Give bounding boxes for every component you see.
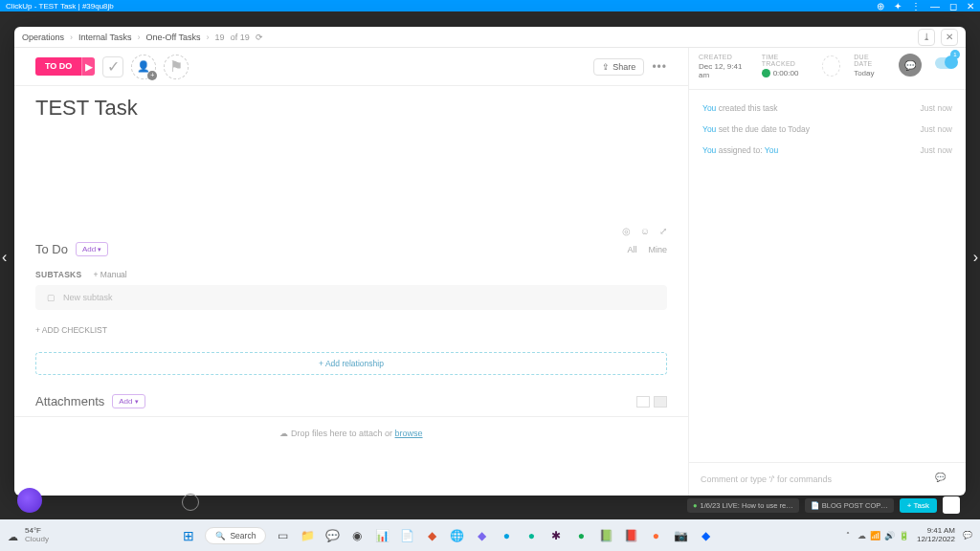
condition: Cloudy — [25, 536, 49, 543]
activity-item: You created this task Just now — [702, 103, 952, 113]
add-subtask-chip[interactable]: Add — [76, 242, 108, 256]
maximize-icon[interactable]: ◻ — [949, 1, 957, 11]
subtask-status-icon: ▢ — [47, 293, 56, 302]
watchers-button[interactable]: 💬 — [899, 54, 922, 77]
clickup-icon[interactable]: ◆ — [473, 527, 490, 544]
refresh-icon[interactable]: ⟳ — [256, 33, 263, 42]
next-task-arrow[interactable]: › — [973, 249, 978, 266]
watch-icon[interactable]: ◎ — [622, 226, 631, 236]
notifications-icon[interactable]: 💬 — [963, 531, 972, 540]
attachment-dropzone[interactable]: ☁ Drop files here to attach or browse — [14, 416, 688, 450]
time-tracked-label: TIME TRACKED — [762, 54, 809, 67]
grid-view-button[interactable] — [636, 396, 650, 408]
task-modal: Operations › Internal Tasks › One-Off Ta… — [14, 27, 966, 496]
add-relationship-button[interactable]: + Add relationship — [35, 352, 667, 375]
priority-flag[interactable]: ⚑ — [164, 55, 189, 79]
more-options-button[interactable]: ••• — [652, 60, 667, 74]
filter-mine[interactable]: Mine — [648, 245, 667, 254]
start-button[interactable]: ⊞ — [180, 527, 197, 544]
comment-input[interactable]: Comment or type '/' for commands 💬 — [689, 462, 966, 496]
notification-badge: 1 — [950, 50, 960, 59]
word-icon[interactable]: 📄 — [398, 527, 415, 544]
time-tracked-value[interactable]: 0:00:00 — [762, 69, 809, 77]
app-icon[interactable]: ● — [572, 527, 590, 544]
breadcrumb-index: 19 — [215, 33, 225, 42]
send-icon[interactable]: 💬 — [935, 473, 954, 486]
discord-icon[interactable]: 💬 — [323, 527, 341, 544]
chevron-right-icon: › — [137, 33, 140, 42]
share-label: Share — [612, 62, 635, 72]
ppt-icon[interactable]: 📊 — [373, 527, 390, 544]
activity-item: You assigned to: You Just now — [702, 145, 952, 155]
volume-icon[interactable]: 🔊 — [884, 531, 895, 540]
estimate-icon[interactable] — [822, 55, 841, 77]
todo-section-label: To Do — [35, 242, 68, 256]
add-attachment-chip[interactable]: Add — [112, 394, 145, 408]
minimize-icon[interactable]: — — [930, 1, 940, 11]
due-value[interactable]: Today — [854, 69, 885, 77]
assignee-add[interactable]: 👤+ — [131, 55, 156, 79]
task-view-icon[interactable]: ▭ — [274, 527, 291, 544]
new-task-button[interactable]: + Task — [900, 498, 937, 513]
camera-icon[interactable]: 📷 — [672, 527, 689, 544]
breadcrumb-item[interactable]: Internal Tasks — [78, 33, 131, 42]
breadcrumb-item[interactable]: One-Off Tasks — [145, 33, 200, 42]
apps-grid-button[interactable] — [943, 496, 960, 514]
prev-task-arrow[interactable]: ‹ — [2, 249, 7, 266]
list-view-button[interactable] — [654, 396, 667, 408]
dropbox-icon[interactable]: ◆ — [697, 527, 714, 544]
acrobat-icon[interactable]: 📕 — [622, 527, 639, 544]
app-icon[interactable]: ● — [647, 527, 664, 544]
search-icon: 🔍 — [215, 531, 226, 540]
zoom-icon[interactable]: ⊕ — [877, 1, 884, 11]
app-icon[interactable]: ● — [498, 527, 515, 544]
breadcrumbs[interactable]: Operations › Internal Tasks › One-Off Ta… — [22, 33, 263, 42]
attachments-label: Attachments — [35, 394, 104, 408]
due-label: DUE DATE — [854, 54, 885, 67]
subtasks-header: SUBTASKS — [35, 270, 82, 279]
task-title[interactable]: TEST Task — [35, 96, 667, 121]
activity-feed: You created this task Just now You set t… — [689, 90, 966, 462]
complete-button[interactable]: ✓ — [102, 56, 123, 77]
clock[interactable]: 9:41 AM 12/12/2022 — [917, 527, 955, 544]
app-icon[interactable]: ● — [523, 527, 540, 544]
new-subtask-input[interactable]: ▢ New subtask — [35, 285, 667, 310]
chevron-right-icon: › — [70, 33, 73, 42]
timer-play-icon[interactable] — [762, 69, 770, 77]
minimize-modal-button[interactable]: ⤓ — [918, 29, 935, 46]
tray-doc-2[interactable]: 📄BLOG POST COP… — [805, 498, 894, 513]
wifi-icon[interactable]: 📶 — [870, 531, 880, 540]
share-icon: ⇪ — [602, 62, 610, 72]
emoji-icon[interactable]: ☺ — [640, 226, 650, 236]
weather-icon[interactable]: ☁ — [8, 531, 18, 543]
excel-icon[interactable]: 📗 — [597, 527, 614, 544]
filter-all[interactable]: All — [627, 245, 636, 254]
close-icon[interactable]: ✕ — [967, 1, 974, 11]
tray-doc-1[interactable]: ●1/6/23 LIVE: How to use re… — [687, 498, 799, 513]
modal-header: Operations › Internal Tasks › One-Off Ta… — [14, 27, 966, 48]
manual-sort-button[interactable]: + Manual — [94, 270, 127, 279]
chrome-icon[interactable]: 🌐 — [448, 527, 465, 544]
task-main-panel: TO DO ▸ ✓ 👤+ ⚑ ⇪ Share ••• TEST Task — [14, 48, 688, 496]
dell-icon[interactable]: ◉ — [348, 527, 366, 544]
close-modal-button[interactable]: ✕ — [941, 29, 958, 46]
status-selector[interactable]: TO DO ▸ — [35, 57, 95, 76]
tray-chevron-icon[interactable]: ˄ — [846, 531, 850, 540]
extension-icon[interactable]: ✦ — [894, 1, 902, 11]
menu-icon[interactable]: ⋮ — [911, 1, 921, 11]
explorer-icon[interactable]: 📁 — [299, 527, 316, 544]
add-checklist-button[interactable]: + ADD CHECKLIST — [35, 325, 667, 335]
cloud-sync-icon[interactable]: ☁ — [858, 531, 866, 540]
status-next-button[interactable]: ▸ — [81, 57, 95, 76]
slack-icon[interactable]: ✱ — [547, 527, 565, 544]
taskbar-search[interactable]: 🔍 Search — [205, 527, 266, 544]
battery-icon[interactable]: 🔋 — [899, 531, 909, 540]
expand-icon[interactable]: ⤢ — [659, 226, 667, 236]
created-label: CREATED — [699, 54, 748, 60]
share-button[interactable]: ⇪ Share — [593, 58, 644, 76]
cloud-upload-icon: ☁ — [279, 429, 288, 438]
browse-link[interactable]: browse — [395, 429, 423, 438]
brave-icon[interactable]: ◆ — [423, 527, 440, 544]
status-label[interactable]: TO DO — [35, 57, 81, 76]
breadcrumb-item[interactable]: Operations — [22, 33, 64, 42]
